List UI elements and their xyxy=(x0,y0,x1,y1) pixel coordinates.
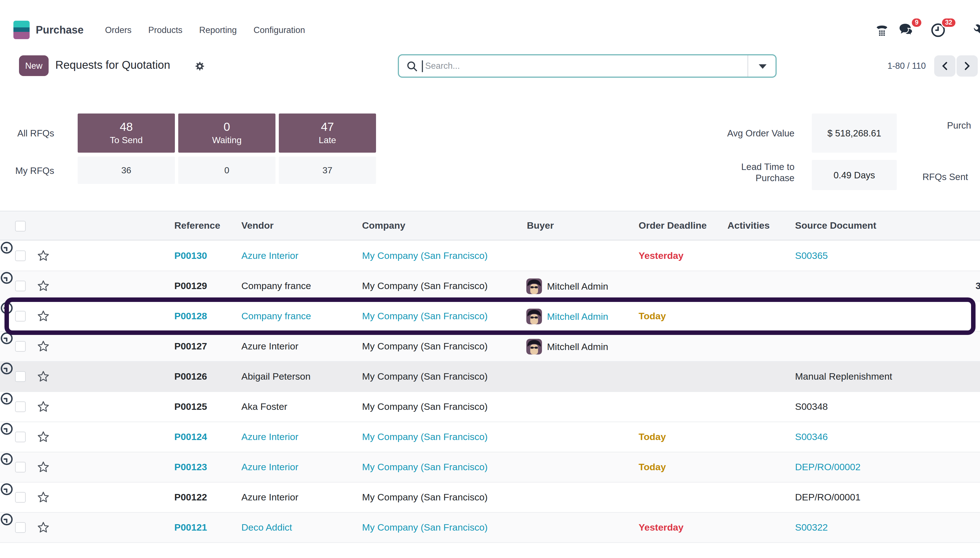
table-row[interactable]: P00123 Azure Interior My Company (San Fr… xyxy=(0,452,980,483)
pager-previous-button[interactable] xyxy=(934,55,955,77)
activity-clock-icon[interactable] xyxy=(0,422,980,435)
favorite-star-icon[interactable] xyxy=(37,430,50,443)
activity-clock-icon[interactable] xyxy=(0,332,980,345)
all-rfqs-label[interactable]: All RFQs xyxy=(0,128,54,139)
company-cell: My Company (San Francisco) xyxy=(362,452,488,482)
column-order-deadline[interactable]: Order Deadline xyxy=(639,211,707,240)
my-rfqs-label[interactable]: My RFQs xyxy=(0,166,54,176)
reference-cell[interactable]: P00121 xyxy=(174,513,207,542)
kpi-all-late[interactable]: 47 Late xyxy=(279,113,376,153)
row-checkbox[interactable] xyxy=(15,402,26,412)
vendor-cell: Azure Interior xyxy=(241,422,298,452)
select-all-checkbox[interactable] xyxy=(15,221,26,231)
vendor-cell: Azure Interior xyxy=(241,483,298,512)
table-row[interactable]: P00127 Azure Interior My Company (San Fr… xyxy=(0,332,980,362)
favorite-star-icon[interactable] xyxy=(37,400,50,413)
vendor-cell: Azure Interior xyxy=(241,332,298,361)
table-row[interactable]: P00128 Company france My Company (San Fr… xyxy=(0,301,980,332)
activity-clock-icon[interactable] xyxy=(0,241,980,254)
row-checkbox[interactable] xyxy=(15,522,26,533)
order-deadline-cell: Today xyxy=(639,452,666,482)
buyer-name: Mitchell Admin xyxy=(547,302,608,331)
kpi-my-waiting[interactable]: 0 xyxy=(178,156,275,184)
app-name[interactable]: Purchase xyxy=(36,24,83,36)
clipped-edge-text: 3 xyxy=(975,271,980,301)
table-row[interactable]: P00124 Azure Interior My Company (San Fr… xyxy=(0,422,980,452)
kpi-all-to-send[interactable]: 48 To Send xyxy=(78,113,175,153)
tools-icon[interactable] xyxy=(973,23,980,37)
column-activities[interactable]: Activities xyxy=(728,211,770,240)
row-checkbox[interactable] xyxy=(15,311,26,322)
favorite-star-icon[interactable] xyxy=(37,279,50,292)
company-cell: My Company (San Francisco) xyxy=(362,301,488,331)
vendor-cell: Aka Foster xyxy=(241,392,287,422)
activity-clock-icon[interactable] xyxy=(0,301,980,315)
company-cell: My Company (San Francisco) xyxy=(362,241,488,271)
actions-gear-icon[interactable] xyxy=(195,61,205,72)
reference-cell[interactable]: P00130 xyxy=(174,241,207,271)
reference-cell[interactable]: P00126 xyxy=(174,362,207,391)
table-row[interactable]: P00121 Deco Addict My Company (San Franc… xyxy=(0,513,980,543)
favorite-star-icon[interactable] xyxy=(37,491,50,504)
column-vendor[interactable]: Vendor xyxy=(241,211,273,240)
activity-clock-icon[interactable] xyxy=(0,513,980,526)
row-checkbox[interactable] xyxy=(15,281,26,291)
phone-icon[interactable] xyxy=(875,23,889,37)
rfqs-sent-truncated-label: RFQs Sent xyxy=(923,172,968,182)
lead-time-card[interactable]: 0.49 Days xyxy=(812,160,897,190)
table-row[interactable]: P00122 Azure Interior My Company (San Fr… xyxy=(0,483,980,513)
menu-reporting[interactable]: Reporting xyxy=(199,25,237,35)
lead-time-label: Lead Time to Purchase xyxy=(728,161,795,184)
reference-cell[interactable]: P00125 xyxy=(174,392,207,422)
reference-cell[interactable]: P00124 xyxy=(174,422,207,452)
column-buyer[interactable]: Buyer xyxy=(527,211,554,240)
company-cell: My Company (San Francisco) xyxy=(362,392,488,422)
table-row[interactable]: P00130 Azure Interior My Company (San Fr… xyxy=(0,241,980,271)
activity-clock-icon[interactable] xyxy=(0,392,980,405)
kpi-my-late[interactable]: 37 xyxy=(279,156,376,184)
reference-cell[interactable]: P00127 xyxy=(174,332,207,361)
pager-next-button[interactable] xyxy=(957,55,978,77)
search-input[interactable]: Search... xyxy=(425,61,460,71)
favorite-star-icon[interactable] xyxy=(37,249,50,262)
favorite-star-icon[interactable] xyxy=(37,461,50,474)
favorite-star-icon[interactable] xyxy=(37,370,50,383)
column-reference[interactable]: Reference xyxy=(174,211,220,240)
text-cursor xyxy=(422,61,423,72)
kpi-my-to-send[interactable]: 36 xyxy=(78,156,175,184)
activity-clock-icon[interactable] xyxy=(0,271,980,285)
row-checkbox[interactable] xyxy=(15,432,26,442)
new-button[interactable]: New xyxy=(19,55,49,76)
reference-cell[interactable]: P00128 xyxy=(174,301,207,331)
row-checkbox[interactable] xyxy=(15,341,26,352)
row-checkbox[interactable] xyxy=(15,371,26,382)
source-document-cell: S00322 xyxy=(795,513,828,542)
table-row[interactable]: P00129 Company france My Company (San Fr… xyxy=(0,271,980,301)
kpi-all-waiting[interactable]: 0 Waiting xyxy=(178,113,275,153)
kpi-value: 48 xyxy=(120,120,133,135)
kpi-value: 0 xyxy=(224,120,230,135)
row-checkbox[interactable] xyxy=(15,462,26,473)
vendor-cell: Deco Addict xyxy=(241,513,292,542)
row-checkbox[interactable] xyxy=(15,251,26,261)
favorite-star-icon[interactable] xyxy=(37,310,50,323)
favorite-star-icon[interactable] xyxy=(37,521,50,534)
reference-cell[interactable]: P00123 xyxy=(174,452,207,482)
order-deadline-cell: Today xyxy=(639,422,666,452)
search-dropdown-arrow-icon[interactable] xyxy=(759,64,767,69)
menu-products[interactable]: Products xyxy=(148,25,182,35)
purchase-app-logo[interactable] xyxy=(13,21,29,39)
reference-cell[interactable]: P00129 xyxy=(174,271,207,301)
favorite-star-icon[interactable] xyxy=(37,340,50,353)
table-row[interactable]: P00125 Aka Foster My Company (San Franci… xyxy=(0,392,980,422)
avg-order-value-card[interactable]: $ 518,268.61 xyxy=(812,113,897,153)
menu-orders[interactable]: Orders xyxy=(105,25,132,35)
row-checkbox[interactable] xyxy=(15,492,26,503)
reference-cell[interactable]: P00122 xyxy=(174,483,207,512)
search-bar[interactable]: Search... xyxy=(398,54,777,78)
column-company[interactable]: Company xyxy=(362,211,405,240)
column-source-document[interactable]: Source Document xyxy=(795,211,876,240)
pager-range[interactable]: 1-80 / 110 xyxy=(861,61,926,71)
menu-configuration[interactable]: Configuration xyxy=(254,25,305,35)
table-row[interactable]: P00126 Abigail Peterson My Company (San … xyxy=(0,362,980,392)
